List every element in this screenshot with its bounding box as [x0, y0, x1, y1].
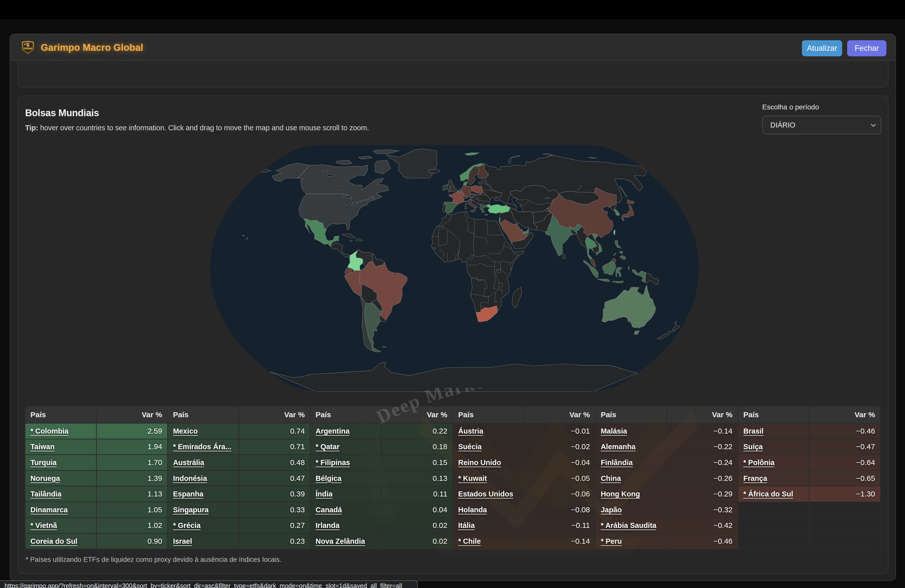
svg-text:Garimpo: Garimpo	[24, 47, 32, 49]
